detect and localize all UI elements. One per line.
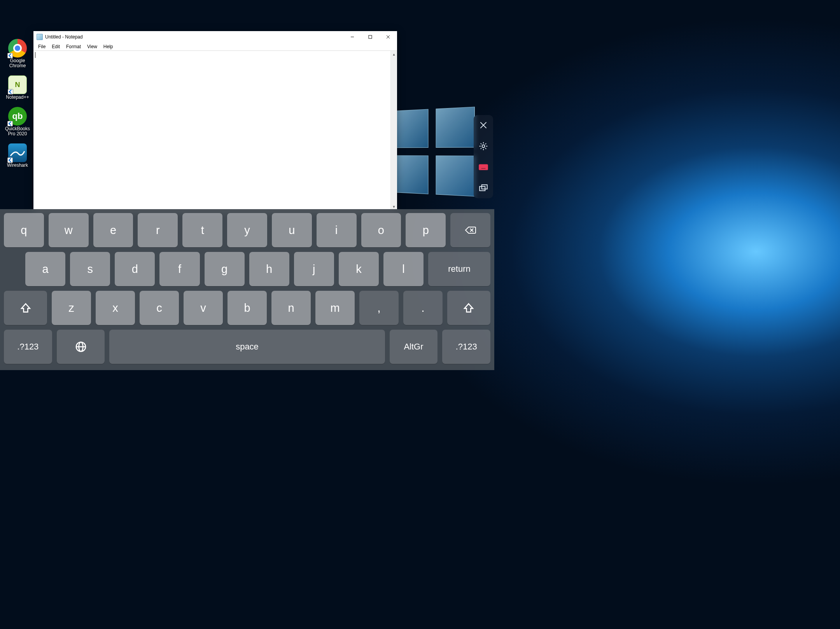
key-x[interactable]: x (96, 291, 135, 325)
key-return[interactable]: return (428, 252, 490, 286)
key-n[interactable]: n (271, 291, 311, 325)
remote-toolbar (474, 115, 493, 198)
menu-view[interactable]: View (84, 44, 100, 50)
key-altgr[interactable]: AltGr (390, 330, 438, 364)
editor-area: ▲ ▼ (33, 51, 397, 210)
maximize-button[interactable] (361, 31, 379, 43)
key-m[interactable]: m (315, 291, 355, 325)
key-shift-left[interactable] (4, 291, 47, 325)
key-w[interactable]: w (49, 213, 89, 247)
icon-label: QuickBooks Pro 2020 (3, 126, 32, 136)
key-g[interactable]: g (205, 252, 245, 286)
menu-file[interactable]: File (35, 44, 49, 50)
minimize-button[interactable] (343, 31, 361, 43)
key-r[interactable]: r (138, 213, 178, 247)
notepad-icon (37, 34, 43, 40)
key-numsym-left[interactable]: .?123 (4, 330, 52, 364)
icon-label: Notepad++ (6, 95, 29, 100)
key-z[interactable]: z (52, 291, 91, 325)
key-numsym-right[interactable]: .?123 (442, 330, 490, 364)
svg-rect-19 (480, 187, 485, 191)
shortcut-arrow-icon (7, 53, 13, 58)
svg-point-6 (482, 145, 485, 148)
text-editor[interactable] (33, 51, 390, 210)
desktop-icon-quickbooks[interactable]: qb QuickBooks Pro 2020 (3, 107, 32, 136)
desktop-icon-wireshark[interactable]: Wireshark (3, 143, 32, 168)
key-q[interactable]: q (4, 213, 44, 247)
toolbar-close-icon[interactable] (476, 117, 491, 133)
key-comma[interactable]: , (359, 291, 399, 325)
notepad-window: Untitled - Notepad File Edit Format View… (33, 31, 397, 210)
close-button[interactable] (379, 31, 397, 43)
key-i[interactable]: i (317, 213, 357, 247)
kb-row-3: z x c v b n m , . (2, 291, 492, 325)
key-s[interactable]: s (70, 252, 110, 286)
key-b[interactable]: b (228, 291, 267, 325)
key-c[interactable]: c (140, 291, 179, 325)
key-l[interactable]: l (383, 252, 424, 286)
menu-help[interactable]: Help (100, 44, 116, 50)
key-p[interactable]: p (406, 213, 446, 247)
shortcut-arrow-icon (7, 121, 13, 126)
windows-logo-decor (393, 107, 475, 196)
key-backspace[interactable] (450, 213, 490, 247)
menu-edit[interactable]: Edit (49, 44, 63, 50)
key-u[interactable]: u (272, 213, 312, 247)
key-period[interactable]: . (403, 291, 443, 325)
icon-label: Google Chrome (3, 58, 32, 68)
vertical-scrollbar[interactable]: ▲ ▼ (390, 51, 397, 210)
kb-row-1: q w e r t y u i o p (2, 213, 492, 247)
keyboard-icon[interactable] (476, 159, 491, 175)
key-d[interactable]: d (115, 252, 155, 286)
key-v[interactable]: v (184, 291, 223, 325)
key-a[interactable]: a (25, 252, 65, 286)
key-y[interactable]: y (227, 213, 267, 247)
shortcut-arrow-icon (8, 89, 13, 94)
kb-row-4: .?123 space AltGr .?123 (2, 330, 492, 364)
svg-rect-1 (369, 35, 372, 38)
menubar: File Edit Format View Help (33, 43, 397, 51)
text-caret (35, 52, 35, 58)
window-title: Untitled - Notepad (45, 34, 83, 40)
key-e[interactable]: e (93, 213, 133, 247)
menu-format[interactable]: Format (63, 44, 84, 50)
desktop-icon-chrome[interactable]: Google Chrome (3, 39, 32, 68)
key-space[interactable]: space (109, 330, 385, 364)
key-j[interactable]: j (294, 252, 334, 286)
shortcut-arrow-icon (7, 157, 13, 163)
desktop-icons: Google Chrome N Notepad++ qb QuickBooks … (3, 39, 32, 168)
key-globe[interactable] (57, 330, 105, 364)
desktop-icon-notepadpp[interactable]: N Notepad++ (3, 75, 32, 100)
key-h[interactable]: h (249, 252, 289, 286)
kb-row-2: a s d f g h j k l return (2, 252, 492, 286)
key-shift-right[interactable] (447, 291, 490, 325)
key-k[interactable]: k (339, 252, 379, 286)
virtual-keyboard: q w e r t y u i o p a s d f g h j k l re… (0, 209, 494, 370)
svg-rect-20 (482, 185, 487, 189)
scroll-up-icon[interactable]: ▲ (391, 51, 397, 58)
multimonitor-icon[interactable] (476, 180, 491, 196)
icon-label: Wireshark (7, 163, 28, 168)
svg-rect-7 (479, 165, 488, 170)
window-controls (343, 31, 397, 43)
titlebar[interactable]: Untitled - Notepad (33, 31, 397, 43)
key-o[interactable]: o (361, 213, 401, 247)
key-t[interactable]: t (182, 213, 222, 247)
key-f[interactable]: f (159, 252, 200, 286)
gear-icon[interactable] (476, 138, 491, 154)
